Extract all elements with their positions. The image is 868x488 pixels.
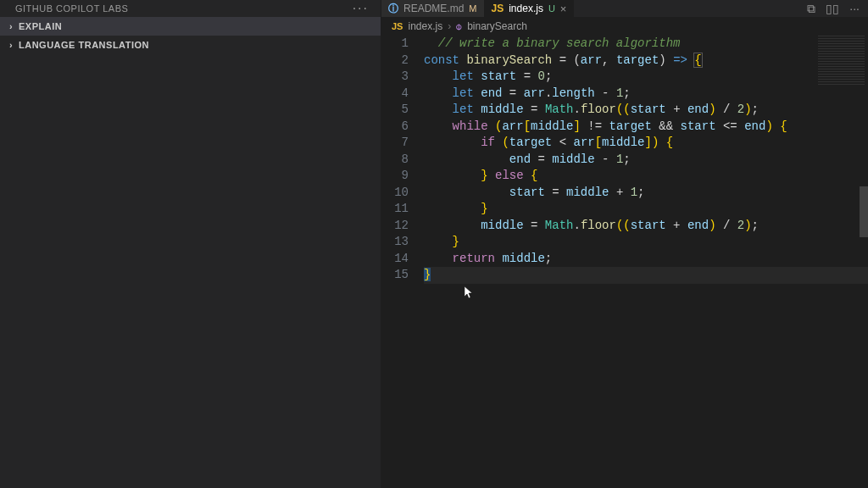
sidebar-section-label: LANGUAGE TRANSLATION — [19, 40, 149, 50]
breadcrumb[interactable]: JS index.js › ⌽ binarySearch — [381, 17, 868, 36]
code-line[interactable]: let start = 0; — [424, 69, 868, 86]
line-number: 5 — [381, 102, 409, 119]
line-number-gutter: 123456789101112131415 — [381, 36, 424, 488]
code-line[interactable]: end = middle - 1; — [424, 152, 868, 169]
file-type-icon: JS — [492, 3, 504, 14]
chevron-right-icon: › — [448, 20, 451, 32]
tab-git-status: M — [469, 3, 476, 14]
close-icon[interactable]: × — [560, 3, 567, 15]
code-line[interactable]: const binarySearch = (arr, target) => { — [424, 53, 868, 69]
sidebar-section[interactable]: ›EXPLAIN — [0, 17, 381, 36]
vertical-scrollbar[interactable] — [860, 186, 868, 237]
tab-filename: index.js — [509, 3, 543, 14]
file-type-icon: ⓘ — [388, 2, 398, 16]
split-editor-icon[interactable]: ▯▯ — [826, 2, 839, 15]
minimap[interactable] — [818, 36, 865, 86]
editor-area: ⓘREADME.mdMJSindex.jsU× ⧉ ▯▯ ··· JS inde… — [381, 0, 868, 488]
line-number: 14 — [381, 251, 409, 268]
js-file-icon: JS — [392, 21, 403, 31]
code-line[interactable]: let middle = Math.floor((start + end) / … — [424, 102, 868, 119]
more-icon[interactable]: ··· — [353, 1, 369, 16]
sidebar-section-label: EXPLAIN — [19, 21, 62, 31]
line-number: 6 — [381, 119, 409, 136]
code-line[interactable]: return middle; — [424, 251, 868, 268]
code-line[interactable]: } — [424, 201, 868, 218]
tab-git-status: U — [548, 3, 555, 14]
method-icon: ⌽ — [456, 21, 462, 31]
editor-tabs: ⓘREADME.mdMJSindex.jsU× ⧉ ▯▯ ··· — [381, 0, 868, 17]
line-number: 4 — [381, 86, 409, 103]
code-content[interactable]: // write a binary search algorithmconst … — [424, 36, 868, 488]
line-number: 15 — [381, 267, 409, 284]
sidebar-section[interactable]: ›LANGUAGE TRANSLATION — [0, 36, 381, 54]
line-number: 13 — [381, 234, 409, 251]
sidebar-copilot-labs: GITHUB COPILOT LABS ··· ›EXPLAIN›LANGUAG… — [0, 0, 381, 488]
editor-tab-actions: ⧉ ▯▯ ··· — [807, 2, 868, 16]
sidebar-title: GITHUB COPILOT LABS — [15, 3, 128, 14]
chevron-right-icon: › — [5, 40, 17, 50]
line-number: 7 — [381, 135, 409, 152]
breadcrumb-symbol: binarySearch — [467, 20, 527, 32]
breadcrumb-file: index.js — [408, 20, 442, 32]
sidebar-header: GITHUB COPILOT LABS ··· — [0, 0, 381, 17]
line-number: 11 — [381, 201, 409, 218]
chevron-right-icon: › — [5, 21, 17, 31]
code-line[interactable]: if (target < arr[middle]) { — [424, 135, 868, 152]
code-line[interactable]: start = middle + 1; — [424, 185, 868, 202]
line-number: 2 — [381, 53, 409, 69]
code-line[interactable]: } — [424, 234, 868, 251]
editor-tab[interactable]: JSindex.jsU× — [485, 0, 575, 17]
mouse-cursor-icon — [465, 286, 475, 302]
line-number: 1 — [381, 36, 409, 53]
code-line[interactable]: let end = arr.length - 1; — [424, 86, 868, 103]
code-line[interactable]: middle = Math.floor((start + end) / 2); — [424, 218, 868, 235]
code-line[interactable]: // write a binary search algorithm — [424, 36, 868, 53]
code-editor[interactable]: 123456789101112131415 // write a binary … — [381, 36, 868, 488]
line-number: 10 — [381, 185, 409, 202]
tab-filename: README.md — [403, 3, 464, 14]
code-line[interactable]: } — [424, 267, 868, 284]
line-number: 12 — [381, 218, 409, 235]
more-icon[interactable]: ··· — [849, 2, 860, 15]
compare-icon[interactable]: ⧉ — [807, 2, 815, 16]
line-number: 3 — [381, 69, 409, 86]
code-line[interactable]: } else { — [424, 168, 868, 185]
editor-tab[interactable]: ⓘREADME.mdM — [381, 0, 485, 17]
line-number: 8 — [381, 152, 409, 169]
code-line[interactable]: while (arr[middle] != target && start <=… — [424, 119, 868, 136]
line-number: 9 — [381, 168, 409, 185]
